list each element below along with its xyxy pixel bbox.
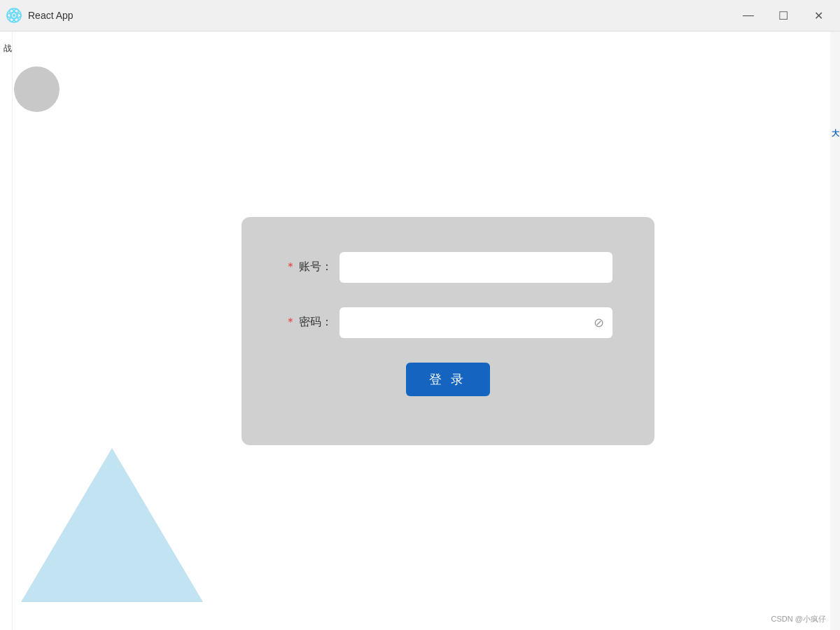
- content-area: 重云的对象览页当战 大 ＊ 账号： ＊ 密码： ⊘: [0, 31, 840, 630]
- eye-toggle-icon[interactable]: ⊘: [594, 315, 604, 330]
- maximize-button[interactable]: ☐: [767, 4, 799, 27]
- login-card: ＊ 账号： ＊ 密码： ⊘ 登 录: [241, 217, 654, 445]
- account-label-text: 账号：: [299, 260, 332, 274]
- close-button[interactable]: ✕: [802, 4, 834, 27]
- account-label: ＊ 账号：: [284, 260, 332, 274]
- account-row: ＊ 账号：: [284, 252, 612, 283]
- login-button[interactable]: 登 录: [406, 363, 490, 396]
- watermark: CSDN @小疯仔: [771, 614, 826, 624]
- title-bar: React App — ☐ ✕: [0, 0, 840, 31]
- app-title: React App: [28, 10, 74, 21]
- login-btn-row: 登 录: [284, 363, 612, 396]
- react-icon: [6, 7, 22, 24]
- password-label-text: 密码：: [299, 315, 332, 330]
- account-required-star: ＊: [285, 260, 296, 274]
- sidebar-text: 重云的对象览页当战: [0, 31, 13, 43]
- right-sidebar: 大: [830, 31, 840, 630]
- password-row: ＊ 密码： ⊘: [284, 307, 612, 338]
- title-left: React App: [6, 7, 74, 24]
- triangle-decoration: [21, 448, 203, 602]
- svg-point-4: [13, 14, 15, 17]
- account-input[interactable]: [340, 252, 612, 283]
- password-input-wrapper: ⊘: [340, 307, 612, 338]
- minimize-button[interactable]: —: [732, 4, 764, 27]
- password-input[interactable]: [340, 307, 612, 338]
- password-required-star: ＊: [285, 315, 296, 330]
- circle-decoration: [14, 66, 59, 112]
- left-sidebar: 重云的对象览页当战: [0, 31, 13, 630]
- title-controls: — ☐ ✕: [732, 4, 834, 27]
- password-label: ＊ 密码：: [284, 315, 332, 330]
